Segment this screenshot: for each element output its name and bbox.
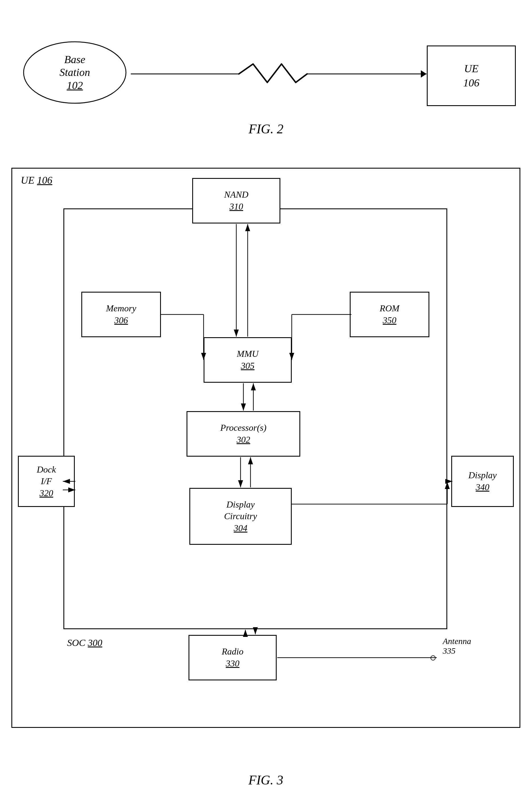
page: Base Station 102 UE 106 (0, 0, 532, 789)
display-number: 340 (468, 481, 497, 493)
mmu-label: MMU (237, 349, 259, 359)
nand-label: NAND (224, 189, 248, 199)
antenna-text: Antenna (443, 636, 471, 646)
ue-outer-label: UE 106 (21, 174, 52, 186)
fig2-diagram: Base Station 102 UE 106 (0, 17, 532, 142)
ue-box-fig2: UE 106 (427, 45, 516, 106)
dock-label-line2: I/F (41, 476, 52, 486)
radio-box: Radio 330 (189, 635, 277, 680)
display-box: Display 340 (451, 456, 514, 507)
processor-number: 302 (220, 434, 266, 446)
mmu-number: 305 (237, 360, 259, 372)
radio-number: 330 (222, 658, 243, 670)
antenna-number: 335 (443, 646, 456, 655)
svg-point-0 (24, 42, 126, 103)
nand-box: NAND 310 (192, 178, 280, 224)
dock-box: Dock I/F 320 (18, 456, 75, 507)
memory-label: Memory (106, 303, 136, 313)
processor-box: Processor(s) 302 (187, 411, 300, 457)
soc-number: 300 (88, 637, 102, 648)
dc-label-line1: Display (226, 499, 255, 509)
ue-outer-number: 106 (37, 175, 52, 186)
mmu-box: MMU 305 (204, 337, 292, 383)
antenna-circle-icon (431, 655, 436, 660)
soc-text: SOC (67, 637, 85, 648)
fig3-diagram: UE 106 SOC 300 NAND 310 Memory (12, 168, 520, 759)
fig2-caption: FIG. 2 (248, 121, 284, 136)
wireless-signal-icon (131, 61, 426, 87)
memory-number: 306 (106, 314, 136, 326)
ue-label-fig2: UE 106 (463, 62, 479, 90)
fig3-caption: FIG. 3 (248, 772, 284, 788)
dock-label-line1: Dock (37, 464, 56, 475)
antenna-label: Antenna 335 (443, 636, 471, 656)
nand-number: 310 (224, 201, 248, 213)
memory-box: Memory 306 (81, 292, 161, 337)
dc-label-line2: Circuitry (224, 511, 257, 521)
dc-number: 304 (224, 522, 257, 534)
base-station-ellipse (22, 40, 127, 105)
ue-outer-box: UE 106 SOC 300 NAND 310 Memory (12, 168, 520, 728)
ue-line1: UE (464, 62, 478, 75)
rom-number: 350 (380, 314, 399, 326)
dock-number: 320 (37, 487, 56, 499)
rom-label: ROM (380, 303, 399, 313)
soc-label: SOC 300 (67, 637, 102, 648)
ue-outer-text: UE (21, 175, 37, 186)
rom-box: ROM 350 (350, 292, 429, 337)
display-circuitry-box: Display Circuitry 304 (189, 488, 292, 545)
radio-label: Radio (222, 646, 243, 656)
processor-label: Processor(s) (220, 423, 266, 433)
display-label: Display (468, 470, 497, 480)
soc-box: SOC 300 NAND 310 Memory 306 (63, 208, 447, 629)
svg-marker-3 (421, 70, 426, 78)
ue-line2: 106 (463, 77, 479, 89)
